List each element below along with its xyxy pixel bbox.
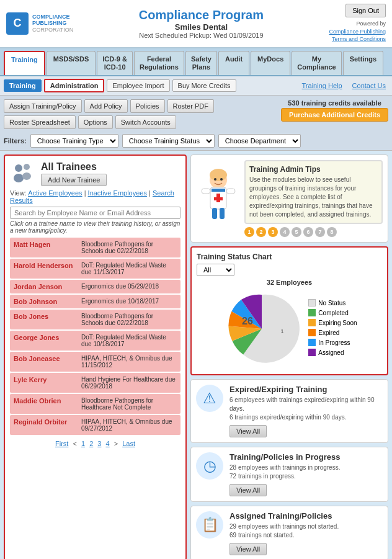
pagination: First < 1 2 3 4 > Last bbox=[10, 440, 180, 447]
chart-title: Training Status Chart bbox=[197, 253, 382, 261]
trainee-name: Maddie Obrien bbox=[14, 397, 79, 411]
tip-dot-7[interactable]: 7 bbox=[315, 227, 325, 237]
trainee-row[interactable]: Matt Hagen Bloodborne Pathogens for Scho… bbox=[10, 238, 180, 257]
trainee-info: HIPAA, HITECH, & Omnibus due 09/27/2012 bbox=[81, 418, 177, 432]
legend-in-progress: In Progress bbox=[318, 339, 350, 346]
in-progress-text2: 72 trainings in progress. bbox=[229, 472, 383, 481]
legend-expiring-soon: Expiring Soon bbox=[318, 320, 357, 326]
trainee-row[interactable]: Lyle Kerry Hand Hygiene For Healthcare d… bbox=[10, 373, 180, 393]
pagination-lt: < bbox=[73, 440, 76, 447]
tips-content: Training Admin Tips Use the modules belo… bbox=[244, 160, 383, 237]
svg-text:26: 26 bbox=[242, 316, 253, 326]
program-title: Compliance Program bbox=[139, 8, 264, 22]
tab-training[interactable]: Training bbox=[4, 51, 45, 75]
subnav-training[interactable]: Training bbox=[4, 79, 42, 92]
tab-settings[interactable]: Settings bbox=[343, 51, 383, 75]
right-panel: Training Admin Tips Use the modules belo… bbox=[190, 154, 388, 559]
tab-audit[interactable]: Audit bbox=[218, 51, 249, 75]
contact-us-link[interactable]: Contact Us bbox=[350, 81, 388, 91]
pagination-page-2[interactable]: 2 bbox=[89, 440, 93, 447]
pagination-last[interactable]: Last bbox=[122, 440, 135, 447]
tab-safety[interactable]: SafetyPlans bbox=[185, 51, 217, 75]
subnav-employee-import[interactable]: Employee Import bbox=[107, 79, 169, 92]
roster-pdf-button[interactable]: Roster PDF bbox=[167, 99, 214, 113]
tips-mascot bbox=[196, 160, 241, 237]
expired-title: Expired/Expiring Training bbox=[229, 385, 383, 394]
assigned-text2: 69 trainings not started. bbox=[229, 531, 383, 540]
assign-training-button[interactable]: Assign Training/Policy bbox=[4, 99, 82, 113]
add-trainee-button[interactable]: Add New Trainee bbox=[41, 174, 107, 186]
training-status-filter[interactable]: Choose Training Status bbox=[122, 134, 215, 148]
action-bar: Assign Training/Policy Add Policy Polici… bbox=[4, 98, 277, 129]
pagination-first[interactable]: First bbox=[55, 440, 68, 447]
assigned-panel: 📋 Assigned Training/Policies 29 employee… bbox=[190, 506, 388, 559]
pagination-gt: > bbox=[114, 440, 118, 447]
tip-dot-4[interactable]: 4 bbox=[280, 227, 290, 237]
trainee-info: Bloodborne Pathogens for Healthcare Not … bbox=[81, 397, 177, 411]
trainee-row[interactable]: Harold Henderson DoT: Regulated Medical … bbox=[10, 259, 180, 279]
trainee-info: Ergonomics due 10/18/2017 bbox=[81, 298, 159, 305]
trainees-group-icon bbox=[10, 161, 36, 187]
tip-dot-3[interactable]: 3 bbox=[268, 227, 278, 237]
filters-label: Filters: bbox=[4, 137, 27, 145]
training-type-filter[interactable]: Choose Training Type bbox=[30, 134, 118, 148]
view-active[interactable]: Active Employees bbox=[28, 189, 82, 197]
add-policy-button[interactable]: Add Policy bbox=[84, 99, 128, 113]
purchase-credits-button[interactable]: Purchase Additional Credits bbox=[281, 108, 388, 122]
sub-nav: Training Administration Employee Import … bbox=[0, 76, 392, 96]
trainee-row[interactable]: Maddie Obrien Bloodborne Pathogens for H… bbox=[10, 394, 180, 414]
view-links: View: Active Employees | Inactive Employ… bbox=[10, 189, 180, 204]
signout-button[interactable]: Sign Out bbox=[345, 4, 386, 17]
tip-dot-1[interactable]: 1 bbox=[244, 227, 254, 237]
trainee-name: Reginald Orbiter bbox=[14, 418, 79, 432]
trainee-row[interactable]: Bob Jones Bloodborne Pathogens for Schoo… bbox=[10, 310, 180, 329]
svg-rect-11 bbox=[226, 189, 235, 194]
trainee-row[interactable]: Jordan Jenson Ergonomics due 05/29/2018 bbox=[10, 280, 180, 293]
subnav-administration[interactable]: Administration bbox=[44, 79, 105, 92]
tab-federal[interactable]: FederalRegulations bbox=[134, 51, 184, 75]
switch-accounts-button[interactable]: Switch Accounts bbox=[115, 115, 176, 129]
view-inactive[interactable]: Inactive Employees bbox=[88, 189, 147, 197]
tip-dot-8[interactable]: 8 bbox=[327, 227, 337, 237]
tip-dot-2[interactable]: 2 bbox=[256, 227, 266, 237]
subnav-buy-credits[interactable]: Buy More Credits bbox=[172, 79, 236, 92]
trainee-row[interactable]: Bob Joneasee HIPAA, HITECH, & Omnibus du… bbox=[10, 352, 180, 372]
tab-mydocs[interactable]: MyDocs bbox=[251, 51, 290, 75]
clock-icon: ◷ bbox=[196, 452, 223, 480]
tip-dot-6[interactable]: 6 bbox=[303, 227, 313, 237]
tab-msds[interactable]: MSDS/SDS bbox=[47, 51, 96, 75]
pagination-page-1[interactable]: 1 bbox=[81, 440, 85, 447]
roster-spreadsheet-button[interactable]: Roster Spreadsheet bbox=[4, 115, 76, 129]
trainee-row[interactable]: George Jones DoT: Regulated Medical Wast… bbox=[10, 331, 180, 351]
svg-point-1 bbox=[14, 174, 24, 182]
trainee-info: HIPAA, HITECH, & Omnibus due 11/15/2012 bbox=[81, 355, 177, 369]
trainee-row[interactable]: Reginald Orbiter HIPAA, HITECH, & Omnibu… bbox=[10, 415, 180, 435]
assigned-view-all-button[interactable]: View All bbox=[229, 543, 267, 555]
tab-mycompliance[interactable]: MyCompliance bbox=[292, 51, 341, 75]
pagination-page-3[interactable]: 3 bbox=[97, 440, 101, 447]
tip-dot-5[interactable]: 5 bbox=[292, 227, 301, 237]
trainee-search-input[interactable] bbox=[10, 207, 180, 219]
policies-button[interactable]: Policies bbox=[130, 99, 165, 113]
trainee-row[interactable]: Bob Johnson Ergonomics due 10/18/2017 bbox=[10, 295, 180, 308]
in-progress-view-all-button[interactable]: View All bbox=[229, 484, 267, 496]
org-name: Smiles Dental bbox=[139, 22, 264, 32]
options-button[interactable]: Options bbox=[78, 115, 113, 129]
chart-filter-select[interactable]: All bbox=[197, 264, 234, 276]
main-nav: Training MSDS/SDS ICD-9 &ICD-10 FederalR… bbox=[0, 48, 392, 76]
trainee-name: Lyle Kerry bbox=[14, 376, 79, 390]
training-help-link[interactable]: Training Help bbox=[300, 81, 345, 91]
chart-subtitle: 32 Employees bbox=[197, 279, 382, 286]
trainees-panel: All Trainees Add New Trainee View: Activ… bbox=[4, 154, 187, 559]
warning-icon: ⚠ bbox=[196, 385, 223, 412]
trainee-name: Bob Johnson bbox=[14, 298, 79, 305]
tab-icd[interactable]: ICD-9 &ICD-10 bbox=[97, 51, 133, 75]
in-progress-text1: 28 employees with trainings in progress. bbox=[229, 463, 383, 472]
pagination-page-4[interactable]: 4 bbox=[106, 440, 110, 447]
svg-point-0 bbox=[15, 164, 22, 172]
trainee-info: DoT: Regulated Medical Waste due 11/13/2… bbox=[81, 262, 177, 275]
expired-view-all-button[interactable]: View All bbox=[229, 425, 267, 437]
header: C COMPLIANCEPUBLISHINGCORPORATION Compli… bbox=[0, 0, 392, 48]
svg-point-15 bbox=[220, 178, 223, 181]
department-filter[interactable]: Choose Department bbox=[218, 134, 301, 148]
